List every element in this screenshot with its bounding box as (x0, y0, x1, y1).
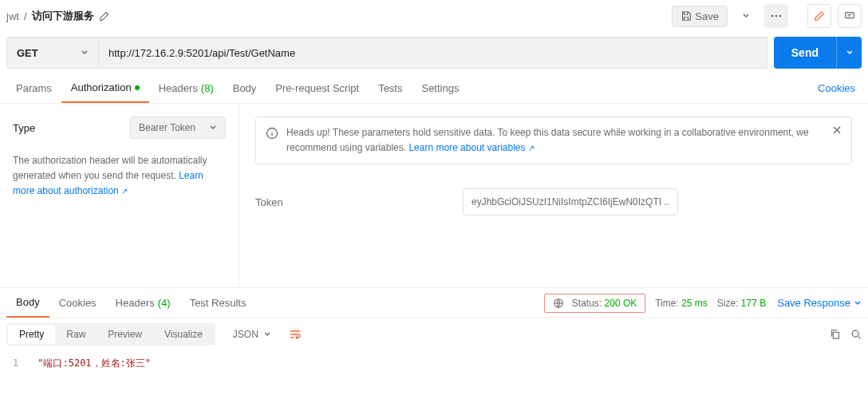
auth-description: The authorization header will be automat… (13, 153, 226, 200)
variables-learn-more-link[interactable]: Learn more about variables ↗ (408, 142, 534, 153)
token-input[interactable] (463, 188, 678, 215)
breadcrumb: jwt / 访问下游服务 (6, 9, 109, 23)
pencil-icon (814, 10, 825, 22)
format-select[interactable]: JSON (227, 326, 278, 343)
headers-count: (4) (158, 297, 171, 309)
alert-close-button[interactable] (832, 125, 842, 135)
save-button[interactable]: Save (672, 6, 728, 27)
auth-type-select[interactable]: Bearer Token (130, 117, 226, 139)
copy-button[interactable] (830, 329, 841, 340)
chevron-down-icon (81, 49, 89, 57)
save-icon (681, 10, 692, 22)
token-label: Token (255, 196, 463, 208)
save-dropdown[interactable] (734, 4, 758, 28)
auth-type-value: Bearer Token (139, 122, 195, 133)
save-label: Save (695, 10, 719, 22)
edit-icon[interactable] (99, 11, 109, 22)
auth-left-panel: Type Bearer Token The authorization head… (0, 104, 239, 287)
tab-label: Authorization (71, 81, 132, 93)
response-tab-body[interactable]: Body (6, 288, 49, 318)
svg-point-2 (779, 15, 782, 18)
comment-button[interactable] (838, 4, 862, 28)
svg-rect-6 (833, 332, 838, 338)
tab-prerequest[interactable]: Pre-request Script (266, 73, 369, 103)
globe-icon[interactable] (553, 298, 564, 309)
cookies-link[interactable]: Cookies (818, 82, 862, 94)
chevron-down-icon (209, 124, 217, 132)
breadcrumb-current[interactable]: 访问下游服务 (32, 9, 94, 23)
tab-label: Headers (159, 82, 198, 94)
format-value: JSON (233, 329, 258, 340)
search-button[interactable] (850, 329, 862, 340)
tab-authorization[interactable]: Authorization (61, 73, 149, 103)
breadcrumb-sep: / (24, 10, 27, 22)
more-icon (771, 14, 782, 18)
tab-label: Headers (116, 297, 155, 309)
view-raw[interactable]: Raw (55, 325, 97, 344)
time-label: Time: (655, 298, 679, 309)
svg-point-0 (771, 15, 774, 18)
svg-rect-3 (846, 13, 854, 18)
breadcrumb-parent[interactable]: jwt (6, 10, 19, 22)
status-box: Status: 200 OK (544, 294, 645, 313)
response-body[interactable]: 1"端口:5201，姓名:张三" (0, 350, 868, 377)
wrap-icon (289, 329, 302, 340)
wrap-lines-button[interactable] (286, 326, 305, 343)
svg-point-1 (775, 15, 778, 18)
tab-body[interactable]: Body (223, 73, 266, 103)
line-number: 1 (13, 358, 18, 369)
status-label: Status: (572, 298, 602, 309)
status-dot-icon (135, 85, 140, 90)
info-icon (266, 127, 278, 140)
response-bar: Body Cookies Headers (4) Test Results St… (0, 287, 868, 318)
search-icon (850, 329, 862, 340)
tab-headers[interactable]: Headers (8) (149, 73, 223, 103)
response-tab-cookies[interactable]: Cookies (49, 288, 106, 318)
comment-icon (844, 10, 855, 22)
view-pretty[interactable]: Pretty (8, 325, 55, 344)
more-button[interactable] (764, 4, 788, 28)
response-content: "端口:5201，姓名:张三" (37, 358, 151, 369)
external-link-icon: ↗ (121, 187, 128, 196)
svg-point-7 (852, 330, 858, 337)
external-link-icon: ↗ (528, 144, 535, 152)
send-dropdown[interactable] (836, 37, 862, 69)
auth-right-panel: Heads up! These parameters hold sensitiv… (239, 104, 868, 287)
send-button[interactable]: Send (774, 37, 836, 69)
chevron-down-icon (846, 49, 854, 57)
headers-count: (8) (201, 82, 214, 94)
status-value: 200 OK (605, 298, 637, 309)
response-tab-test-results[interactable]: Test Results (180, 288, 256, 318)
view-preview[interactable]: Preview (97, 325, 153, 344)
method-select[interactable]: GET (6, 37, 98, 69)
view-visualize[interactable]: Visualize (153, 325, 214, 344)
request-tabs: Params Authorization Headers (8) Body Pr… (0, 73, 868, 104)
response-tab-headers[interactable]: Headers (4) (106, 288, 180, 318)
edit-request-button[interactable] (807, 4, 831, 28)
view-mode-tabs: Pretty Raw Preview Visualize (6, 323, 215, 346)
save-response-button[interactable]: Save Response (777, 297, 862, 309)
copy-icon (830, 329, 841, 340)
tab-params[interactable]: Params (6, 73, 61, 103)
chevron-down-icon (854, 299, 862, 307)
close-icon (832, 125, 842, 135)
chevron-down-icon (263, 330, 271, 338)
time-value: 25 ms (681, 298, 708, 309)
tab-settings[interactable]: Settings (412, 73, 468, 103)
method-value: GET (17, 47, 38, 59)
auth-type-label: Type (13, 122, 35, 134)
url-input[interactable] (98, 37, 767, 69)
size-value: 177 B (741, 298, 766, 309)
tab-tests[interactable]: Tests (369, 73, 412, 103)
size-label: Size: (717, 298, 739, 309)
sensitive-data-alert: Heads up! These parameters hold sensitiv… (255, 117, 852, 164)
